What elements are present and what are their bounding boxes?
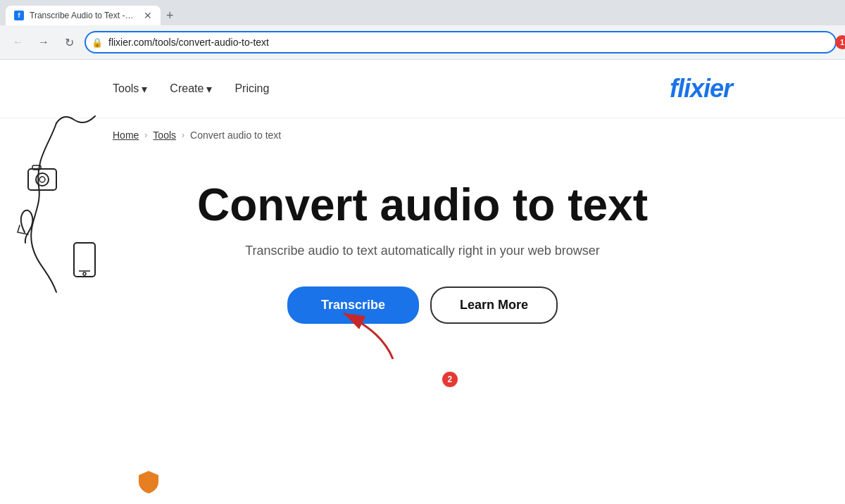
site-nav: Tools ▾ Create ▾ Pricing flixier: [0, 60, 845, 118]
breadcrumb-tools[interactable]: Tools: [153, 130, 176, 141]
tab-title: Transcribe Audio to Text - Free O: [30, 11, 135, 20]
hero-buttons: Transcribe Learn More 2: [287, 286, 558, 324]
hero-subtitle: Transcribe audio to text automatically r…: [245, 244, 600, 258]
breadcrumb: Home › Tools › Convert audio to text: [0, 118, 845, 152]
nav-tools[interactable]: Tools ▾: [113, 82, 147, 96]
nav-links: Tools ▾ Create ▾ Pricing: [113, 82, 269, 96]
address-bar-container: 🔒 1: [84, 31, 837, 53]
tab-close-btn[interactable]: ✕: [144, 10, 152, 21]
new-tab-button[interactable]: +: [166, 8, 174, 23]
learn-more-button[interactable]: Learn More: [430, 286, 558, 324]
back-button[interactable]: ←: [8, 32, 28, 52]
browser-chrome: f Transcribe Audio to Text - Free O ✕ + …: [0, 0, 845, 60]
lock-icon: 🔒: [92, 37, 103, 48]
reload-button[interactable]: ↻: [59, 32, 79, 52]
annotation-badge-2: 2: [442, 372, 458, 387]
tab-favicon: f: [14, 11, 24, 20]
nav-create[interactable]: Create ▾: [170, 82, 212, 96]
arrow-annotation: [330, 306, 414, 363]
hero-section: Convert audio to text Transcribe audio t…: [0, 152, 845, 324]
breadcrumb-current: Convert audio to text: [190, 130, 281, 141]
hero-title: Convert audio to text: [197, 180, 648, 229]
nav-pricing[interactable]: Pricing: [234, 82, 269, 95]
tab-bar: f Transcribe Audio to Text - Free O ✕ +: [0, 0, 845, 25]
site-logo[interactable]: flixier: [670, 74, 732, 103]
browser-toolbar: ← → ↻ 🔒 1: [0, 25, 845, 59]
address-annotation-badge: 1: [835, 35, 845, 49]
breadcrumb-sep-1: ›: [144, 130, 147, 140]
forward-button[interactable]: →: [34, 32, 54, 52]
address-bar[interactable]: [84, 31, 837, 53]
page-content: Tools ▾ Create ▾ Pricing flixier Home › …: [0, 60, 845, 504]
shield-badge: [137, 470, 160, 498]
breadcrumb-sep-2: ›: [182, 130, 184, 140]
active-tab[interactable]: f Transcribe Audio to Text - Free O ✕: [6, 6, 161, 25]
